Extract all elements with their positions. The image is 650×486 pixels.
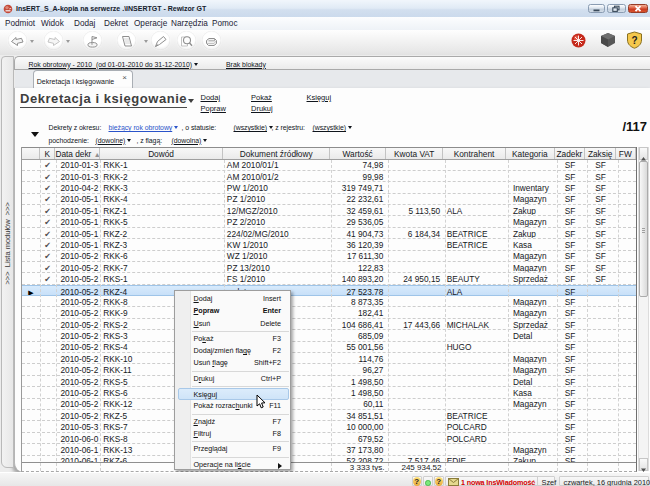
svg-text:?: ? [631,35,637,46]
